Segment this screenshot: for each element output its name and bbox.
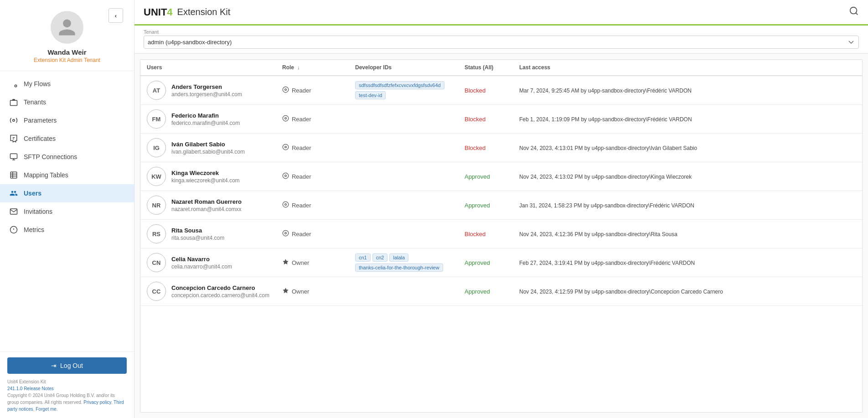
user-email: ivan.gilabert.sabio@unit4.com — [171, 149, 245, 155]
svg-point-19 — [283, 115, 289, 121]
user-avatar: KW — [147, 167, 166, 186]
role-icon — [282, 115, 289, 123]
dev-id-tag: sdfssdfsdfsdfzfefxcvxcvxfdgsfsdv64d — [355, 81, 444, 89]
footer-forget-link[interactable]: Forget me — [36, 407, 57, 412]
svg-rect-8 — [10, 172, 17, 178]
user-email: celia.navarro@unit4.com — [171, 263, 232, 270]
role-cell: Reader — [276, 76, 349, 105]
last-access-cell: Feb 27, 2024, 3:19:41 PM by u4pp-sandbox… — [513, 248, 862, 277]
last-access-text: Feb 1, 2024, 1:19:09 PM by u4pp-sandbox-… — [519, 116, 692, 123]
svg-point-18 — [285, 89, 287, 91]
user-avatar: AT — [147, 81, 166, 100]
sidebar-item-parameters[interactable]: Parameters — [0, 111, 134, 129]
svg-rect-5 — [10, 154, 17, 159]
sidebar-item-my-flows[interactable]: My Flows — [0, 75, 134, 93]
role-icon — [282, 258, 289, 267]
owner-icon — [282, 287, 289, 294]
table-row[interactable]: RS Rita Sousa rita.sousa@unit4.com Reade… — [140, 220, 862, 248]
footer-info: Unit4 Extension Kit 241.1.0 Release Note… — [7, 378, 127, 413]
sidebar: Wanda Weir Extension Kit Admin Tenant My… — [0, 0, 134, 418]
svg-marker-29 — [283, 259, 289, 264]
search-button[interactable] — [849, 6, 859, 18]
user-avatar: CN — [147, 253, 166, 272]
role-label: Reader — [292, 202, 311, 209]
col-header-users[interactable]: Users — [140, 60, 276, 76]
tenants-icon — [9, 98, 18, 107]
status-cell: Blocked — [458, 105, 513, 134]
dev-ids-cell — [349, 220, 458, 248]
col-header-last-access: Last access — [513, 60, 862, 76]
role-cell: Owner — [276, 248, 349, 277]
logout-button[interactable]: ⇥ Log Out — [7, 357, 127, 374]
footer-privacy-link[interactable]: Privacy policy — [83, 400, 111, 405]
role-icon — [282, 172, 289, 181]
status-badge: Approved — [465, 202, 490, 209]
user-full-name: Federico Marafin — [171, 112, 240, 119]
role-cell: Reader — [276, 162, 349, 191]
sidebar-item-label: Certificates — [24, 135, 56, 142]
svg-point-25 — [283, 201, 289, 207]
table-row[interactable]: AT Anders Torgersen anders.torgersen@uni… — [140, 76, 862, 105]
last-access-text: Feb 27, 2024, 3:19:41 PM by u4pp-sandbox… — [519, 260, 695, 266]
user-cell: RS Rita Sousa rita.sousa@unit4.com — [140, 220, 276, 248]
user-full-name: Nazaret Roman Guerrero — [171, 198, 242, 205]
user-avatar: FM — [147, 109, 166, 129]
owner-icon — [282, 258, 289, 265]
table-row[interactable]: FM Federico Marafin federico.marafin@uni… — [140, 105, 862, 134]
user-full-name: Concepcion Carcedo Carnero — [171, 284, 269, 291]
sidebar-collapse-button[interactable]: ‹ — [108, 8, 123, 23]
tenant-select[interactable]: admin (u4pp-sandbox-directory) — [144, 36, 859, 49]
user-full-name: Rita Sousa — [171, 227, 224, 234]
users-icon — [9, 189, 18, 198]
sidebar-item-label: Tenants — [24, 98, 46, 106]
dev-ids-cell — [349, 277, 458, 306]
status-badge: Blocked — [465, 87, 486, 94]
user-full-name: Iván Gilabert Sabio — [171, 141, 245, 148]
user-avatar — [51, 11, 83, 44]
role-cell: Reader — [276, 220, 349, 248]
users-table: Users Role ↓ Developer IDs Status (All) … — [140, 60, 862, 306]
app-logo: UNIT4 Extension Kit — [144, 6, 230, 18]
dev-ids-cell: sdfssdfsdfsdfzfefxcvxcvxfdgsfsdv64dtest-… — [349, 76, 458, 105]
dev-ids-cell — [349, 191, 458, 220]
sidebar-item-label: SFTP Connections — [24, 153, 77, 160]
sidebar-item-invitations[interactable]: Invitations — [0, 202, 134, 221]
user-info: Celia Navarro celia.navarro@unit4.com — [171, 256, 232, 270]
sidebar-item-certificates[interactable]: Certificates — [0, 129, 134, 148]
tenant-bar: Tenant admin (u4pp-sandbox-directory) — [134, 26, 868, 54]
last-access-text: Jan 31, 2024, 1:58:23 PM by u4pp-sandbox… — [519, 202, 694, 209]
col-header-status[interactable]: Status (All) — [458, 60, 513, 76]
footer-version-link[interactable]: 241.1.0 Release Notes — [7, 386, 54, 391]
role-label: Owner — [292, 288, 309, 295]
reader-icon — [282, 86, 289, 93]
last-access-cell: Nov 24, 2023, 4:12:59 PM by u4pp-sandbox… — [513, 277, 862, 306]
last-access-cell: Nov 24, 2023, 4:13:02 PM by u4pp-sandbox… — [513, 162, 862, 191]
table-row[interactable]: NR Nazaret Roman Guerrero nazaret.roman@… — [140, 191, 862, 220]
certificates-icon — [9, 134, 18, 143]
sidebar-item-users[interactable]: Users — [0, 184, 134, 202]
sidebar-item-tenants[interactable]: Tenants — [0, 93, 134, 111]
table-row[interactable]: KW Kinga Wieczorek kinga.wieczorek@unit4… — [140, 162, 862, 191]
sidebar-item-mapping-tables[interactable]: Mapping Tables — [0, 166, 134, 184]
svg-point-2 — [13, 119, 15, 122]
user-email: federico.marafin@unit4.com — [171, 120, 240, 126]
table-header: Users Role ↓ Developer IDs Status (All) … — [140, 60, 862, 76]
status-cell: Approved — [458, 191, 513, 220]
last-access-cell: Feb 1, 2024, 1:19:09 PM by u4pp-sandbox-… — [513, 105, 862, 134]
status-badge: Approved — [465, 259, 490, 266]
last-access-cell: Jan 31, 2024, 1:58:23 PM by u4pp-sandbox… — [513, 191, 862, 220]
table-row[interactable]: CN Celia Navarro celia.navarro@unit4.com… — [140, 248, 862, 277]
sidebar-item-metrics[interactable]: Metrics — [0, 221, 134, 239]
reader-icon — [282, 230, 289, 237]
table-row[interactable]: CC Concepcion Carcedo Carnero concepcion… — [140, 277, 862, 306]
user-email: kinga.wieczorek@unit4.com — [171, 177, 240, 184]
table-row[interactable]: IG Iván Gilabert Sabio ivan.gilabert.sab… — [140, 134, 862, 162]
collapse-icon: ‹ — [115, 12, 117, 19]
user-info: Rita Sousa rita.sousa@unit4.com — [171, 227, 224, 241]
user-email: nazaret.roman@unit4.comxx — [171, 206, 242, 212]
role-label: Reader — [292, 173, 311, 180]
sidebar-item-sftp-connections[interactable]: SFTP Connections — [0, 148, 134, 166]
sidebar-navigation: My Flows Tenants Parameters Certificates — [0, 71, 134, 351]
svg-line-16 — [856, 13, 858, 15]
col-header-role[interactable]: Role ↓ — [276, 60, 349, 76]
